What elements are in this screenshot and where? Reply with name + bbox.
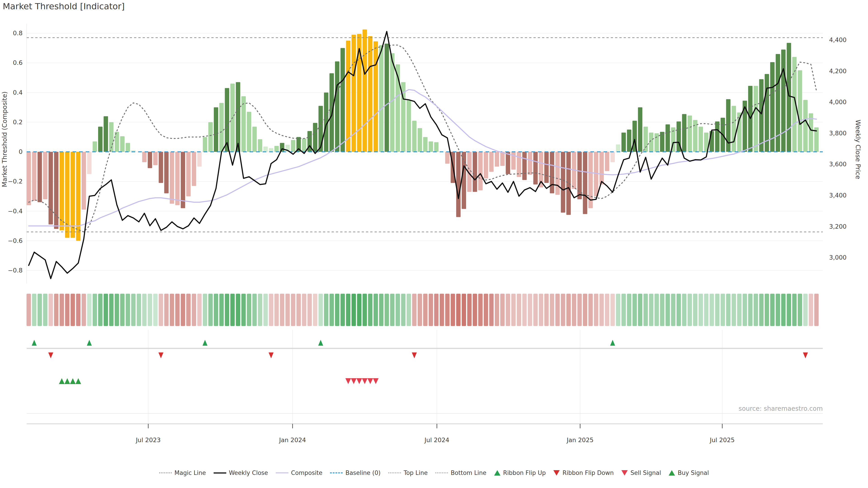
- sell-signal-marker: [367, 378, 373, 384]
- ribbon-cell: [704, 294, 709, 326]
- composite-bar: [126, 143, 130, 152]
- ribbon-cell: [478, 294, 483, 326]
- y-axis-tick-right: 4,400: [829, 36, 859, 43]
- x-axis-tick-label: Jan 2025: [567, 436, 594, 444]
- ribbon-cell: [511, 294, 516, 326]
- ribbon-flip-up-marker: [32, 340, 37, 346]
- ribbon-cell: [214, 294, 218, 326]
- magic-line: [29, 45, 816, 232]
- y-axis-tick-left: 0.8: [0, 30, 23, 37]
- ribbon-cell: [786, 294, 791, 326]
- ribbon-cell: [555, 294, 560, 326]
- ribbon-cell: [60, 294, 64, 326]
- ribbon-cell: [109, 294, 114, 326]
- ribbon-cell: [76, 294, 81, 326]
- x-axis-tick-label: Jul 2024: [425, 436, 450, 444]
- composite-bar: [407, 100, 411, 152]
- ribbon-cell: [660, 294, 664, 326]
- ribbon-cell: [561, 294, 565, 326]
- composite-bar: [209, 122, 213, 152]
- composite-bar: [621, 133, 626, 152]
- composite-bar: [638, 107, 643, 152]
- y-axis-tick-left: 0.4: [0, 89, 23, 96]
- composite-bar: [649, 133, 653, 152]
- ribbon-cell: [765, 294, 769, 326]
- composite-bar: [241, 96, 246, 152]
- ribbon-cell: [621, 294, 626, 326]
- y-axis-tick-left: 0.2: [0, 119, 23, 126]
- ribbon-cell: [665, 294, 670, 326]
- ribbon-cell: [148, 294, 152, 326]
- composite-bar: [49, 152, 53, 225]
- ribbon-cell: [170, 294, 174, 326]
- ribbon-cell: [770, 294, 775, 326]
- ribbon-cell: [209, 294, 213, 326]
- triangle-down-icon: [553, 470, 560, 476]
- ribbon-cell: [126, 294, 130, 326]
- buy-signal-marker: [75, 378, 81, 384]
- ribbon-cell: [467, 294, 472, 326]
- ribbon-cell: [429, 294, 433, 326]
- ribbon-cell: [814, 294, 819, 326]
- composite-bar: [715, 122, 720, 152]
- ribbon-cell: [440, 294, 444, 326]
- ribbon-cell: [374, 294, 378, 326]
- ribbon-cell: [70, 294, 75, 326]
- y-axis-tick-right: 3,600: [829, 161, 859, 168]
- composite-bar: [214, 107, 218, 152]
- ribbon-cell: [186, 294, 191, 326]
- legend-label: Baseline (0): [345, 469, 380, 476]
- weekly-close-line: [29, 31, 816, 279]
- composite-bar: [357, 34, 362, 152]
- ribbon-cell: [384, 294, 389, 326]
- triangle-down-icon: [621, 470, 628, 476]
- ribbon-cell: [203, 294, 207, 326]
- legend-label: Weekly Close: [229, 469, 268, 476]
- composite-bar: [627, 130, 631, 152]
- y-axis-tick-right: 3,000: [829, 254, 859, 261]
- ribbon-cell: [351, 294, 356, 326]
- composite-bar: [170, 152, 174, 204]
- composite-bar: [37, 152, 42, 202]
- ribbon-cell: [37, 294, 42, 326]
- ribbon-cell: [225, 294, 229, 326]
- sell-signal-marker: [345, 378, 351, 384]
- composite-bar: [264, 147, 268, 152]
- composite-bar: [159, 152, 163, 183]
- buy-signal-marker: [64, 378, 70, 384]
- composite-bar: [203, 137, 207, 152]
- ribbon-cell: [710, 294, 714, 326]
- composite-bar: [313, 123, 318, 152]
- composite-bar: [247, 112, 251, 152]
- ribbon-cell: [346, 294, 350, 326]
- ribbon-cell: [754, 294, 758, 326]
- ribbon-cell: [737, 294, 742, 326]
- composite-bar: [418, 128, 422, 152]
- composite-bar: [374, 41, 378, 152]
- ribbon-cell: [423, 294, 428, 326]
- ribbon-cell: [632, 294, 637, 326]
- ribbon-cell: [495, 294, 499, 326]
- legend-label: Bottom Line: [451, 469, 487, 476]
- composite-bar: [82, 152, 86, 210]
- composite-bar: [197, 152, 202, 167]
- ribbon-cell: [721, 294, 725, 326]
- ribbon-cell: [776, 294, 780, 326]
- sell-signal-marker: [356, 378, 362, 384]
- composite-bar: [555, 152, 560, 195]
- ribbon-cell: [175, 294, 180, 326]
- composite-bar: [688, 116, 692, 152]
- ribbon-flip-down-marker: [803, 352, 808, 358]
- chart-canvas: [0, 0, 868, 488]
- ribbon-cell: [368, 294, 373, 326]
- ribbon-cell: [759, 294, 764, 326]
- composite-bar: [660, 132, 664, 152]
- legend-label: Ribbon Flip Up: [503, 469, 546, 476]
- ribbon-cell: [638, 294, 643, 326]
- y-axis-tick-right: 3,800: [829, 130, 859, 137]
- ribbon-cell: [252, 294, 257, 326]
- ribbon-cell: [699, 294, 703, 326]
- composite-bar: [76, 152, 81, 241]
- ribbon-cell: [363, 294, 367, 326]
- ribbon-cell: [522, 294, 527, 326]
